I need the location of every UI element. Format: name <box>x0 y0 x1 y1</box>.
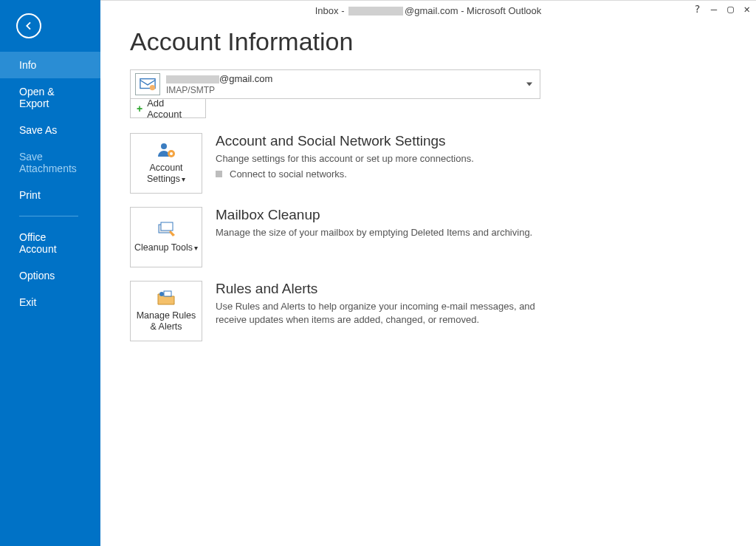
section-title: Rules and Alerts <box>216 281 540 297</box>
tile-label: Manage Rules & Alerts <box>134 310 199 332</box>
section-body: Mailbox Cleanup Manage the size of your … <box>216 207 540 267</box>
title-suffix: @gmail.com - Microsoft Outlook <box>405 5 541 16</box>
page-title: Account Information <box>130 27 726 56</box>
close-icon[interactable]: ✕ <box>744 4 750 14</box>
maximize-icon[interactable]: ▢ <box>727 4 733 14</box>
add-account-button[interactable]: + Add Account <box>130 99 206 118</box>
svg-point-1 <box>150 85 155 90</box>
section-body: Rules and Alerts Use Rules and Alerts to… <box>216 281 540 341</box>
sidebar-separator <box>19 216 78 216</box>
main-panel: Inbox - @gmail.com - Microsoft Outlook ?… <box>100 0 756 546</box>
sidebar-item-exit[interactable]: Exit <box>0 289 100 315</box>
sidebar-item-save-attachments: Save Attachments <box>0 143 100 182</box>
section-account-settings: Account Settings▾ Account and Social Net… <box>130 133 726 194</box>
section-title: Account and Social Network Settings <box>216 133 540 149</box>
account-email-suffix: @gmail.com <box>219 73 272 84</box>
account-label: @gmail.com IMAP/SMTP <box>166 73 272 95</box>
folder-rules-icon <box>156 290 176 306</box>
tile-manage-rules[interactable]: Manage Rules & Alerts <box>130 281 202 341</box>
link-label: Connect to social networks. <box>230 168 347 180</box>
svg-point-8 <box>159 292 164 296</box>
backstage-sidebar: Info Open & Export Save As Save Attachme… <box>0 0 100 546</box>
sidebar-item-options[interactable]: Options <box>0 262 100 289</box>
person-gear-icon <box>156 142 176 158</box>
section-title: Mailbox Cleanup <box>216 207 540 223</box>
account-selector[interactable]: @gmail.com IMAP/SMTP <box>130 69 540 99</box>
sidebar-item-open-export[interactable]: Open & Export <box>0 78 100 117</box>
svg-point-4 <box>170 152 173 155</box>
window-controls: ? — ▢ ✕ <box>694 4 750 14</box>
sidebar-item-info[interactable]: Info <box>0 52 100 78</box>
svg-point-2 <box>161 143 167 149</box>
content-area: Account Information @gmail.com IMAP/SMTP… <box>100 20 756 341</box>
sidebar-item-print[interactable]: Print <box>0 182 100 208</box>
add-account-label: Add Account <box>147 98 199 120</box>
bullet-icon <box>216 171 222 177</box>
back-button[interactable] <box>16 13 41 38</box>
plus-icon: + <box>137 103 142 115</box>
svg-rect-6 <box>161 222 173 231</box>
section-body: Account and Social Network Settings Chan… <box>216 133 540 194</box>
chevron-down-icon <box>526 83 532 86</box>
account-icon <box>135 73 160 95</box>
sidebar-item-office-account[interactable]: Office Account <box>0 224 100 262</box>
broom-icon <box>156 222 176 238</box>
section-mailbox-cleanup: Cleanup Tools▾ Mailbox Cleanup Manage th… <box>130 207 726 267</box>
svg-rect-7 <box>164 291 171 296</box>
redacted-email-user <box>348 7 403 16</box>
tile-account-settings[interactable]: Account Settings▾ <box>130 133 202 194</box>
tile-cleanup-tools[interactable]: Cleanup Tools▾ <box>130 207 202 267</box>
title-prefix: Inbox - <box>315 5 347 16</box>
title-bar: Inbox - @gmail.com - Microsoft Outlook ?… <box>100 1 756 20</box>
section-rules-alerts: Manage Rules & Alerts Rules and Alerts U… <box>130 281 726 341</box>
section-desc: Change settings for this account or set … <box>216 152 540 165</box>
section-desc: Manage the size of your mailbox by empty… <box>216 226 540 239</box>
minimize-icon[interactable]: — <box>711 4 717 14</box>
section-desc: Use Rules and Alerts to help organize yo… <box>216 300 540 327</box>
window-title: Inbox - @gmail.com - Microsoft Outlook <box>315 5 542 16</box>
help-icon[interactable]: ? <box>694 4 700 14</box>
tile-label: Account Settings▾ <box>134 163 199 185</box>
sidebar-item-save-as[interactable]: Save As <box>0 117 100 143</box>
tile-label: Cleanup Tools▾ <box>134 242 198 253</box>
redacted-email-user-box <box>166 75 219 83</box>
connect-social-link[interactable]: Connect to social networks. <box>216 168 540 180</box>
account-protocol: IMAP/SMTP <box>166 85 272 95</box>
